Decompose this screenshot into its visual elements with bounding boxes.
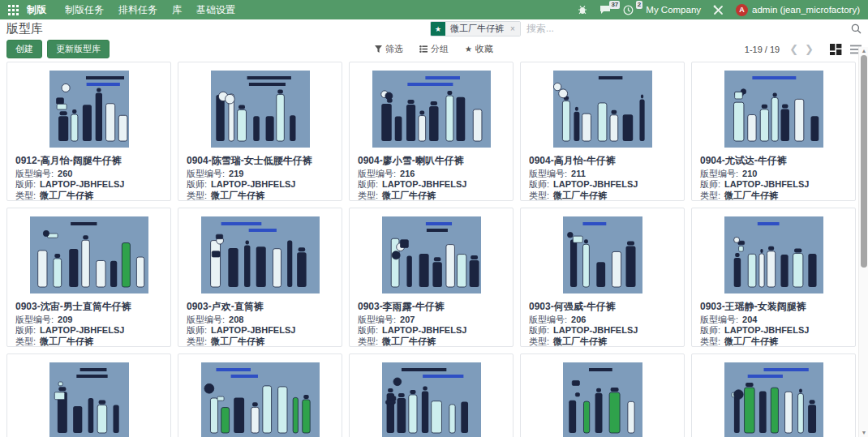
pattern-card[interactable]: [691, 353, 856, 437]
designer-value: LAPTOP-JBHFELSJ: [553, 179, 638, 189]
apps-grid-icon[interactable]: [8, 5, 19, 15]
pattern-marker-image: [372, 71, 491, 148]
pattern-image: [178, 208, 342, 301]
pattern-marker-image: [724, 216, 823, 293]
search-options: 筛选 分组 ★ 收藏: [375, 43, 493, 55]
funnel-icon: [375, 45, 382, 53]
pattern-card[interactable]: [349, 353, 513, 437]
kanban-grid: 0912-高月怡-阔腿牛仔裤 版型编号:260 版师:LAPTOP-JBHFEL…: [6, 62, 857, 437]
card-title: 0904-陈雪瑞-女士低腰牛仔裤: [187, 156, 333, 167]
favorite-star-icon: ★: [431, 22, 445, 36]
kanban-view-button[interactable]: [830, 44, 842, 55]
pattern-card[interactable]: 0903-沈宙-男士直筒牛仔裤 版型编号:209 版师:LAPTOP-JBHFE…: [6, 208, 171, 347]
pattern-card[interactable]: 0912-高月怡-阔腿牛仔裤 版型编号:260 版师:LAPTOP-JBHFEL…: [6, 62, 171, 201]
pattern-no-label: 版型编号:: [15, 315, 54, 324]
pattern-marker-image: [724, 362, 823, 437]
favorites-toggle[interactable]: ★ 收藏: [465, 43, 493, 55]
pager-next[interactable]: ❯: [801, 43, 817, 55]
app-name[interactable]: 制版: [27, 3, 46, 17]
type-value: 微工厂牛仔裤: [553, 336, 607, 346]
search-bar[interactable]: ★ 微工厂牛仔裤 × 搜索...: [430, 21, 862, 37]
designer-value: LAPTOP-JBHFELSJ: [724, 179, 809, 189]
pattern-card[interactable]: [6, 353, 171, 437]
type-label: 类型:: [529, 191, 549, 200]
card-title: 0912-高月怡-阔腿牛仔裤: [15, 156, 162, 167]
pattern-card[interactable]: 0904-高月怡-牛仔裤 版型编号:211 版师:LAPTOP-JBHFELSJ…: [520, 62, 685, 201]
scrollbar-thumb[interactable]: [861, 55, 867, 268]
designer-value: LAPTOP-JBHFELSJ: [211, 179, 295, 189]
scroll-down-icon[interactable]: ▼: [859, 430, 868, 436]
activities-clock-icon[interactable]: 2: [623, 5, 634, 15]
search-icon[interactable]: [851, 24, 862, 34]
pattern-card[interactable]: 0904-廖小雪-喇叭牛仔裤 版型编号:216 版师:LAPTOP-JBHFEL…: [349, 62, 513, 201]
pattern-marker-image: [211, 71, 310, 148]
systray: 37 2 My Company A admin (jean_microfacto…: [578, 4, 860, 16]
top-navbar: 制版 制版任务 排料任务 库 基础设置 37 2 My Company: [0, 0, 868, 19]
designer-label: 版师:: [187, 325, 207, 335]
pattern-image: [521, 354, 684, 437]
pattern-no-value: 211: [571, 169, 586, 178]
pattern-no-value: 206: [571, 315, 586, 324]
pattern-card[interactable]: 0903-何强威-牛仔裤 版型编号:206 版师:LAPTOP-JBHFELSJ…: [520, 208, 685, 347]
type-label: 类型:: [700, 336, 720, 346]
pager-previous[interactable]: ❮: [786, 43, 801, 55]
type-value: 微工厂牛仔裤: [553, 191, 607, 200]
pattern-no-value: 219: [229, 169, 243, 178]
designer-value: LAPTOP-JBHFELSJ: [382, 325, 466, 335]
pattern-card[interactable]: 0903-卢欢-直筒裤 版型编号:208 版师:LAPTOP-JBHFELSJ …: [178, 208, 342, 347]
nav-item-pattern-tasks[interactable]: 制版任务: [58, 0, 111, 19]
update-library-button[interactable]: 更新版型库: [47, 40, 110, 58]
type-label: 类型:: [700, 191, 720, 200]
filters-toggle[interactable]: 筛选: [375, 43, 403, 55]
facet-remove-icon[interactable]: ×: [509, 22, 520, 36]
groupby-toggle[interactable]: 分组: [419, 43, 449, 55]
type-label: 类型:: [15, 191, 36, 200]
vertical-scrollbar[interactable]: ▲ ▼: [858, 47, 868, 437]
bug-icon[interactable]: [578, 5, 587, 15]
pattern-card[interactable]: 0903-王瑶静-女装阔腿裤 版型编号:204 版师:LAPTOP-JBHFEL…: [691, 208, 856, 347]
group-icon: [419, 45, 428, 53]
create-button[interactable]: 创建: [6, 40, 42, 58]
designer-label: 版师:: [187, 179, 207, 189]
pattern-marker-image: [201, 216, 320, 293]
type-value: 微工厂牛仔裤: [382, 191, 436, 200]
nav-item-nesting-tasks[interactable]: 排料任务: [111, 0, 165, 19]
pattern-card[interactable]: [520, 353, 685, 437]
type-label: 类型:: [529, 336, 549, 346]
pattern-marker-image: [382, 216, 481, 293]
designer-value: LAPTOP-JBHFELSJ: [211, 325, 295, 335]
card-title: 0903-卢欢-直筒裤: [187, 302, 333, 313]
user-menu[interactable]: A admin (jean_microfactory): [736, 4, 860, 16]
pattern-no-value: 216: [400, 169, 415, 178]
pager: 1-19 / 19 ❮ ❯: [745, 43, 862, 55]
star-icon: ★: [465, 45, 472, 54]
nav-item-library[interactable]: 库: [165, 0, 189, 19]
pattern-image: [350, 354, 513, 437]
pattern-card[interactable]: 0903-李雨露-牛仔裤 版型编号:207 版师:LAPTOP-JBHFELSJ…: [349, 208, 513, 347]
company-switcher[interactable]: My Company: [646, 5, 701, 15]
page-title: 版型库: [6, 21, 43, 36]
pattern-no-value: 208: [229, 315, 243, 324]
type-value: 微工厂牛仔裤: [40, 191, 93, 200]
activities-badge: 2: [636, 1, 642, 9]
pattern-marker-image: [563, 362, 642, 437]
search-facet[interactable]: ★ 微工厂牛仔裤 ×: [430, 21, 521, 36]
nav-item-settings[interactable]: 基础设置: [189, 0, 243, 19]
scroll-up-icon[interactable]: ▲: [859, 48, 868, 54]
messages-icon[interactable]: 37: [599, 5, 611, 15]
pattern-marker-image: [382, 362, 481, 437]
pattern-card[interactable]: [178, 353, 342, 437]
designer-label: 版师:: [700, 325, 720, 335]
type-label: 类型:: [187, 336, 207, 346]
designer-label: 版师:: [700, 179, 720, 189]
designer-label: 版师:: [15, 179, 36, 189]
tools-icon[interactable]: [713, 5, 724, 15]
type-value: 微工厂牛仔裤: [211, 191, 264, 200]
type-label: 类型:: [187, 191, 207, 200]
pattern-card[interactable]: 0904-陈雪瑞-女士低腰牛仔裤 版型编号:219 版师:LAPTOP-JBHF…: [178, 62, 342, 201]
search-input[interactable]: 搜索...: [526, 22, 554, 36]
pattern-no-value: 260: [58, 169, 72, 178]
type-value: 微工厂牛仔裤: [724, 336, 778, 346]
pattern-card[interactable]: 0904-尤试达-牛仔裤 版型编号:210 版师:LAPTOP-JBHFELSJ…: [691, 62, 856, 201]
pattern-no-value: 204: [742, 315, 757, 324]
